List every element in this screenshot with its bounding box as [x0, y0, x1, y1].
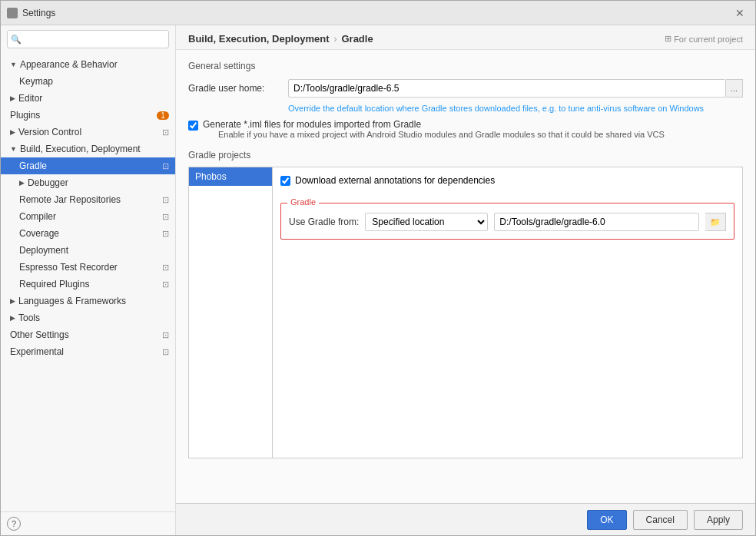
- window-title: Settings: [22, 8, 55, 18]
- sidebar-item-tools[interactable]: ▶ Tools: [1, 309, 175, 326]
- project-list-item-label: Phobos: [195, 171, 227, 182]
- sidebar-item-label: Deployment: [19, 245, 169, 256]
- arrow-icon: ▼: [10, 61, 17, 68]
- gradle-use-row: Use Gradle from: Specified location Grad…: [289, 213, 726, 231]
- sidebar-item-gradle[interactable]: Gradle ⊡: [1, 157, 175, 174]
- user-home-hint: Override the default location where Grad…: [288, 104, 743, 113]
- sidebar-item-version-control[interactable]: ▶ Version Control ⊡: [1, 124, 175, 141]
- user-home-browse-button[interactable]: ...: [726, 79, 743, 98]
- sidebar-item-compiler[interactable]: Compiler ⊡: [1, 208, 175, 225]
- project-settings: Download external annotations for depend…: [273, 167, 743, 458]
- search-box: 🔍: [7, 30, 169, 48]
- arrow-icon: ▶: [10, 297, 15, 305]
- user-home-input[interactable]: [288, 79, 726, 98]
- user-home-label: Gradle user home:: [188, 83, 288, 94]
- arrow-icon: ▶: [10, 128, 15, 136]
- vcs-icon: ⊡: [162, 229, 169, 239]
- gradle-group: Gradle Use Gradle from: Specified locati…: [280, 203, 734, 240]
- vcs-icon: ⊡: [162, 347, 169, 357]
- gradle-use-label: Use Gradle from:: [289, 217, 359, 227]
- sidebar-item-label: Coverage: [19, 228, 159, 239]
- gradle-projects-area: Phobos Download external annotations for…: [188, 167, 743, 458]
- panel-body: General settings Gradle user home: ... O…: [176, 50, 755, 503]
- project-icon: ⊞: [665, 34, 671, 44]
- sidebar-item-espresso[interactable]: Espresso Test Recorder ⊡: [1, 259, 175, 276]
- main-content: 🔍 ▼ Appearance & Behavior Keymap ▶ Edito…: [1, 25, 755, 535]
- gradle-projects-title: Gradle projects: [188, 150, 743, 160]
- gradle-path-browse-button[interactable]: 📁: [705, 213, 726, 231]
- search-icon: 🔍: [11, 35, 22, 45]
- generate-iml-row: Generate *.iml files for modules importe…: [188, 119, 743, 139]
- sidebar-item-label: Plugins: [10, 110, 157, 121]
- sidebar-item-build-execution[interactable]: ▼ Build, Execution, Deployment: [1, 141, 175, 157]
- settings-icon: [7, 8, 18, 18]
- breadcrumb-separator: ›: [333, 34, 337, 45]
- gradle-group-legend: Gradle: [287, 197, 319, 207]
- badge: 1: [157, 111, 169, 120]
- sidebar-item-label: Remote Jar Repositories: [19, 194, 159, 205]
- settings-window: Settings ✕ 🔍 ▼ Appearance & Behavior Key…: [0, 0, 756, 536]
- sidebar-item-editor[interactable]: ▶ Editor: [1, 90, 175, 107]
- arrow-icon: ▶: [10, 314, 15, 322]
- vcs-icon: ⊡: [162, 195, 169, 205]
- sidebar-item-debugger[interactable]: ▶ Debugger: [1, 174, 175, 191]
- project-label: For current project: [674, 35, 743, 44]
- arrow-icon: ▶: [19, 179, 25, 187]
- sidebar-item-coverage[interactable]: Coverage ⊡: [1, 225, 175, 242]
- generate-iml-label: Generate *.iml files for modules importe…: [203, 119, 665, 130]
- sidebar-item-label: Gradle: [19, 160, 159, 171]
- sidebar-item-label: Compiler: [19, 211, 159, 222]
- apply-button[interactable]: Apply: [694, 510, 743, 530]
- vcs-icon: ⊡: [162, 263, 169, 273]
- titlebar: Settings ✕: [1, 1, 755, 25]
- sidebar-item-label: Espresso Test Recorder: [19, 262, 159, 273]
- sidebar-item-label: Version Control: [18, 127, 159, 137]
- vcs-icon: ⊡: [162, 212, 169, 222]
- sidebar-item-label: Languages & Frameworks: [18, 296, 169, 306]
- sidebar-item-appearance[interactable]: ▼ Appearance & Behavior: [1, 56, 175, 73]
- sidebar-item-deployment[interactable]: Deployment: [1, 242, 175, 259]
- breadcrumb-current: Gradle: [341, 33, 373, 45]
- gradle-location-select[interactable]: Specified location Gradle wrapper Local …: [365, 213, 488, 231]
- search-input[interactable]: [7, 30, 169, 48]
- breadcrumb-parent: Build, Execution, Deployment: [188, 33, 329, 45]
- vcs-icon: ⊡: [162, 127, 169, 137]
- close-button[interactable]: ✕: [731, 5, 749, 21]
- sidebar: 🔍 ▼ Appearance & Behavior Keymap ▶ Edito…: [1, 25, 176, 535]
- sidebar-item-label: Appearance & Behavior: [20, 59, 169, 70]
- cancel-button[interactable]: Cancel: [633, 510, 688, 530]
- arrow-icon: ▶: [10, 94, 15, 102]
- generate-iml-checkbox[interactable]: [188, 121, 198, 131]
- sidebar-item-other-settings[interactable]: Other Settings ⊡: [1, 326, 175, 343]
- breadcrumb-project: ⊞ For current project: [665, 34, 743, 44]
- breadcrumb: Build, Execution, Deployment › Gradle ⊞ …: [176, 25, 755, 50]
- sidebar-item-keymap[interactable]: Keymap: [1, 73, 175, 90]
- download-annotations-label: Download external annotations for depend…: [295, 175, 495, 186]
- sidebar-item-label: Keymap: [19, 76, 169, 87]
- download-annotations-row: Download external annotations for depend…: [280, 175, 734, 186]
- user-home-row: Gradle user home: ...: [188, 79, 743, 98]
- titlebar-left: Settings: [7, 8, 55, 18]
- download-annotations-checkbox[interactable]: [280, 176, 290, 186]
- sidebar-item-remote-jar[interactable]: Remote Jar Repositories ⊡: [1, 191, 175, 208]
- sidebar-item-plugins[interactable]: Plugins 1: [1, 107, 175, 124]
- arrow-icon: ▼: [10, 145, 17, 153]
- sidebar-item-label: Tools: [18, 313, 169, 323]
- project-list-item[interactable]: Phobos: [189, 167, 272, 186]
- sidebar-item-languages[interactable]: ▶ Languages & Frameworks: [1, 293, 175, 309]
- sidebar-nav: ▼ Appearance & Behavior Keymap ▶ Editor …: [1, 53, 175, 511]
- sidebar-item-label: Required Plugins: [19, 279, 159, 290]
- help-button[interactable]: ?: [7, 517, 21, 531]
- sidebar-item-experimental[interactable]: Experimental ⊡: [1, 343, 175, 360]
- ok-button[interactable]: OK: [587, 510, 626, 530]
- sidebar-item-label: Experimental: [10, 346, 159, 357]
- general-settings-title: General settings: [188, 61, 743, 71]
- gradle-path-input[interactable]: [494, 213, 699, 231]
- footer: OK Cancel Apply: [176, 503, 755, 535]
- project-list: Phobos: [188, 167, 273, 458]
- sidebar-item-label: Other Settings: [10, 329, 159, 340]
- sidebar-item-required-plugins[interactable]: Required Plugins ⊡: [1, 276, 175, 293]
- vcs-icon: ⊡: [162, 330, 169, 340]
- sidebar-item-label: Debugger: [28, 177, 169, 188]
- vcs-icon: ⊡: [162, 280, 169, 290]
